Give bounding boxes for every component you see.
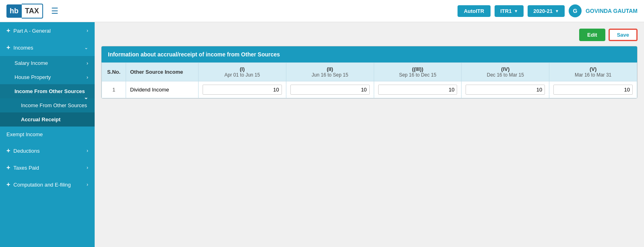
- arrow-icon: ›: [87, 182, 88, 187]
- row-sno: 1: [102, 81, 126, 98]
- content-area: Edit Save Information about accrual/rece…: [95, 22, 644, 247]
- logo-hb: hb: [6, 4, 22, 18]
- arrow-icon: ⌄: [84, 45, 88, 50]
- col-name-header: Other Source Income: [126, 63, 199, 81]
- user-name: GOVINDA GAUTAM: [586, 8, 638, 14]
- itr1-dropdown[interactable]: ITR1 ▼: [495, 5, 524, 17]
- sidebar-item-accrual-receipt[interactable]: Accrual Receipt: [0, 112, 95, 127]
- sidebar-item-other-sources[interactable]: Income From Other Sources ⌄: [0, 84, 95, 98]
- col2-input[interactable]: [290, 85, 370, 95]
- edit-button[interactable]: Edit: [579, 29, 605, 41]
- col4-top-header: (IV) Dec 16 to Mar 15: [462, 63, 549, 81]
- sidebar-item-computation[interactable]: + Computation and E-filing ›: [0, 176, 95, 193]
- sidebar-incomes-sub: Salary Income › House Property › Income …: [0, 56, 95, 127]
- arrow-icon: ›: [87, 60, 88, 66]
- sidebar-item-taxes[interactable]: + Taxes Paid ›: [0, 159, 95, 176]
- main-layout: + Part A - General › + Incomes ⌄ Salary …: [0, 22, 644, 247]
- col-sno-header: S.No.: [102, 63, 126, 81]
- plus-icon: +: [6, 164, 10, 171]
- col4-input[interactable]: [466, 85, 545, 95]
- col5-input[interactable]: [553, 85, 633, 95]
- sidebar-item-part-a[interactable]: + Part A - General ›: [0, 22, 95, 39]
- row-col5[interactable]: [549, 81, 637, 98]
- col5-top-header: (V) Mar 16 to Mar 31: [549, 63, 637, 81]
- year-dropdown[interactable]: 2020-21 ▼: [528, 5, 565, 17]
- row-col2[interactable]: [286, 81, 374, 98]
- plus-icon: +: [6, 44, 10, 51]
- header-left: hb TAX ☰: [6, 4, 58, 19]
- sidebar-item-deductions[interactable]: + Deductions ›: [0, 142, 95, 159]
- table-card: Information about accrual/receipt of inc…: [101, 46, 638, 99]
- sidebar-deductions-label: Deductions: [13, 148, 39, 154]
- app-header: hb TAX ☰ AutoITR ITR1 ▼ 2020-21 ▼ G GOVI…: [0, 0, 644, 22]
- header-right: AutoITR ITR1 ▼ 2020-21 ▼ G GOVINDA GAUTA…: [458, 4, 638, 17]
- arrow-icon: ›: [87, 165, 88, 170]
- logo-tax: TAX: [22, 4, 43, 19]
- sidebar-other-label: Income From Other Sources: [14, 88, 85, 94]
- sidebar-house-label: House Property: [14, 74, 51, 80]
- sidebar-item-label: Part A - General: [13, 28, 51, 34]
- arrow-icon: ›: [87, 74, 88, 80]
- row-col3[interactable]: [374, 81, 462, 98]
- itr1-label: ITR1: [500, 8, 511, 14]
- sidebar-item-salary[interactable]: Salary Income ›: [0, 56, 95, 70]
- year-arrow-icon: ▼: [555, 9, 559, 13]
- save-button[interactable]: Save: [609, 29, 638, 41]
- sidebar-accrual-label: Accrual Receipt: [21, 116, 60, 122]
- sidebar-exempt-label: Exempt Income: [6, 131, 43, 137]
- plus-icon: +: [6, 27, 10, 34]
- sidebar-other-sources-sub: Income From Other Sources Accrual Receip…: [0, 98, 95, 127]
- row-name: Dividend Income: [126, 81, 199, 98]
- sidebar: + Part A - General › + Incomes ⌄ Salary …: [0, 22, 95, 247]
- arrow-icon: ⌄: [84, 94, 88, 100]
- sidebar-item-incomes[interactable]: + Incomes ⌄: [0, 39, 95, 56]
- sidebar-taxes-label: Taxes Paid: [13, 165, 39, 171]
- plus-icon: +: [6, 147, 10, 154]
- col1-top-header: (I) Apr 01 to Jun 15: [199, 63, 286, 81]
- col1-input[interactable]: [203, 85, 282, 95]
- arrow-icon: ›: [87, 28, 88, 33]
- row-col4[interactable]: [462, 81, 549, 98]
- row-col1[interactable]: [199, 81, 286, 98]
- plus-icon: +: [6, 181, 10, 188]
- sidebar-salary-label: Salary Income: [14, 60, 48, 66]
- sidebar-item-exempt[interactable]: Exempt Income: [0, 127, 95, 142]
- sidebar-item-income-other-sources[interactable]: Income From Other Sources: [0, 98, 95, 112]
- sidebar-computation-label: Computation and E-filing: [13, 182, 70, 188]
- logo: hb TAX: [6, 4, 43, 19]
- col2-top-header: (II) Jun 16 to Sep 15: [286, 63, 374, 81]
- hamburger-icon[interactable]: ☰: [51, 6, 58, 16]
- sidebar-income-other-label: Income From Other Sources: [21, 102, 87, 108]
- user-avatar: G: [569, 4, 582, 17]
- itr1-arrow-icon: ▼: [514, 9, 518, 13]
- arrow-icon: ›: [87, 148, 88, 154]
- content-toolbar: Edit Save: [101, 29, 638, 41]
- col3-input[interactable]: [378, 85, 458, 95]
- table-title: Information about accrual/receipt of inc…: [101, 46, 637, 62]
- accrual-table: S.No. Other Source Income (I) Apr 01 to …: [101, 62, 637, 98]
- sidebar-item-label: Incomes: [13, 45, 33, 51]
- col3-top-header: ((III)) Sep 16 to Dec 15: [374, 63, 462, 81]
- year-label: 2020-21: [533, 8, 553, 14]
- sidebar-item-house[interactable]: House Property ›: [0, 70, 95, 84]
- table-row: 1 Dividend Income: [102, 81, 637, 98]
- autoitr-button[interactable]: AutoITR: [458, 5, 491, 17]
